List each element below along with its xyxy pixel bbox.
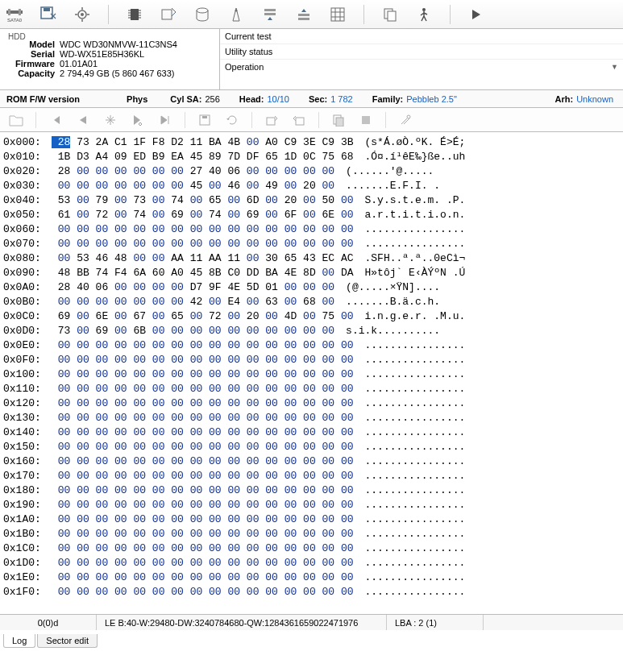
- hex-bytes[interactable]: 00 00 00 00 00 00 00 00 00 00 00 00 00 0…: [52, 396, 354, 411]
- stack-down-icon[interactable]: [260, 5, 280, 24]
- hex-row[interactable]: 0x1B0: 00 00 00 00 00 00 00 00 00 00 00 …: [3, 527, 620, 541]
- hex-ascii[interactable]: ................: [354, 382, 466, 396]
- hex-row[interactable]: 0x110: 00 00 00 00 00 00 00 00 00 00 00 …: [3, 382, 620, 396]
- hex-bytes[interactable]: 48 BB 74 F4 6A 60 A0 45 8B C0 DD BA 4E 8…: [52, 266, 354, 280]
- hex-ascii[interactable]: ................: [354, 469, 466, 483]
- hex-bytes[interactable]: 00 00 00 00 00 00 00 00 00 00 00 00 00 0…: [52, 353, 354, 367]
- hex-row[interactable]: 0x100: 00 00 00 00 00 00 00 00 00 00 00 …: [3, 367, 620, 382]
- copy-icon[interactable]: [380, 5, 400, 24]
- hex-ascii[interactable]: ................: [354, 222, 466, 237]
- tab-sector-edit[interactable]: Sector edit: [37, 634, 98, 648]
- hex-ascii[interactable]: (s*Á.øÒ.ºK. É>É;: [354, 135, 466, 150]
- exit-walk-icon[interactable]: [414, 5, 434, 24]
- hex-editor[interactable]: 0x000: 28 73 2A C1 1F F8 D2 11 BA 4B 00 …: [0, 132, 623, 614]
- hex-row[interactable]: 0x0F0: 00 00 00 00 00 00 00 00 00 00 00 …: [3, 353, 620, 367]
- hex-bytes[interactable]: 1B D3 A4 09 ED B9 EA 45 89 7D DF 65 1D 0…: [52, 150, 354, 164]
- hex-row[interactable]: 0x030: 00 00 00 00 00 00 00 45 00 46 00 …: [3, 179, 620, 193]
- tab-log[interactable]: Log: [3, 634, 35, 648]
- hex-row[interactable]: 0x060: 00 00 00 00 00 00 00 00 00 00 00 …: [3, 222, 620, 237]
- hex-ascii[interactable]: s.i.k..........: [334, 324, 440, 338]
- hex-bytes[interactable]: 00 00 00 00 00 00 00 00 00 00 00 00 00 0…: [52, 512, 354, 527]
- hex-bytes[interactable]: 00 00 00 00 00 00 00 42 00 E4 00 63 00 6…: [52, 295, 334, 309]
- export-icon[interactable]: [291, 112, 307, 128]
- hex-ascii[interactable]: i.n.g.e.r. .M.u.: [354, 309, 466, 324]
- hex-ascii[interactable]: .SFH..ª.ª..0eCì¬: [354, 251, 466, 266]
- hex-ascii[interactable]: .Ó¤.í¹êE‰}ße..uh: [354, 150, 466, 164]
- hex-row[interactable]: 0x1F0: 00 00 00 00 00 00 00 00 00 00 00 …: [3, 585, 620, 599]
- first-icon[interactable]: [48, 112, 64, 128]
- sata-port-icon[interactable]: SATA0: [5, 5, 24, 24]
- hex-ascii[interactable]: .......B.ä.c.h.: [334, 295, 440, 309]
- hex-ascii[interactable]: ................: [354, 527, 466, 541]
- folder-open-icon[interactable]: [8, 112, 24, 128]
- goto-icon[interactable]: [102, 112, 118, 128]
- block-icon[interactable]: [358, 112, 374, 128]
- hex-bytes[interactable]: 61 00 72 00 74 00 69 00 74 00 69 00 6F 0…: [52, 208, 354, 222]
- hex-bytes[interactable]: 00 00 00 00 00 00 00 00 00 00 00 00 00 0…: [52, 237, 354, 251]
- hex-ascii[interactable]: a.r.t.i.t.i.o.n.: [354, 208, 466, 222]
- hex-ascii[interactable]: ................: [354, 483, 466, 498]
- hex-bytes[interactable]: 00 00 00 00 00 00 00 00 00 00 00 00 00 0…: [52, 440, 354, 454]
- hex-ascii[interactable]: H»tôj` E‹ÀÝºN .Ú: [354, 266, 466, 280]
- hex-row[interactable]: 0x1D0: 00 00 00 00 00 00 00 00 00 00 00 …: [3, 556, 620, 570]
- hex-bytes[interactable]: 00 00 00 00 00 00 00 00 00 00 00 00 00 0…: [52, 483, 354, 498]
- hex-row[interactable]: 0x1A0: 00 00 00 00 00 00 00 00 00 00 00 …: [3, 512, 620, 527]
- hex-row[interactable]: 0x0A0: 28 40 06 00 00 00 00 D7 9F 4E 5D …: [3, 280, 620, 295]
- hex-bytes[interactable]: 53 00 79 00 73 00 74 00 65 00 6D 00 20 0…: [52, 193, 354, 208]
- prev-icon[interactable]: [75, 112, 91, 128]
- hex-row[interactable]: 0x1C0: 00 00 00 00 00 00 00 00 00 00 00 …: [3, 541, 620, 556]
- hex-row[interactable]: 0x180: 00 00 00 00 00 00 00 00 00 00 00 …: [3, 483, 620, 498]
- hex-row[interactable]: 0x0C0: 69 00 6E 00 67 00 65 00 72 00 20 …: [3, 309, 620, 324]
- hex-bytes[interactable]: 00 00 00 00 00 00 00 00 00 00 00 00 00 0…: [52, 338, 354, 353]
- save-record-icon[interactable]: [39, 5, 58, 24]
- cylinder-db-icon[interactable]: [193, 5, 212, 24]
- hex-ascii[interactable]: ................: [354, 556, 466, 570]
- hex-ascii[interactable]: ................: [354, 498, 466, 512]
- chip-icon[interactable]: [125, 5, 144, 24]
- hex-row[interactable]: 0x140: 00 00 00 00 00 00 00 00 00 00 00 …: [3, 425, 620, 440]
- hex-ascii[interactable]: .......E.F.I. .: [334, 179, 440, 193]
- hex-bytes[interactable]: 73 00 69 00 6B 00 00 00 00 00 00 00 00 0…: [52, 324, 334, 338]
- hex-bytes[interactable]: 69 00 6E 00 67 00 65 00 72 00 20 00 4D 0…: [52, 309, 354, 324]
- hex-bytes[interactable]: 00 00 00 00 00 00 00 00 00 00 00 00 00 0…: [52, 411, 354, 425]
- settings-gear-icon[interactable]: [73, 5, 92, 24]
- hex-bytes[interactable]: 00 00 00 00 00 00 00 45 00 46 00 49 00 2…: [52, 179, 334, 193]
- hex-bytes[interactable]: 00 53 46 48 00 00 AA 11 AA 11 00 30 65 4…: [52, 251, 354, 266]
- hex-ascii[interactable]: ................: [354, 338, 466, 353]
- hex-row[interactable]: 0x000: 28 73 2A C1 1F F8 D2 11 BA 4B 00 …: [3, 135, 620, 150]
- hex-bytes[interactable]: 00 00 00 00 00 00 00 00 00 00 00 00 00 0…: [52, 527, 354, 541]
- hex-row[interactable]: 0x0B0: 00 00 00 00 00 00 00 42 00 E4 00 …: [3, 295, 620, 309]
- hex-bytes[interactable]: 00 00 00 00 00 00 00 00 00 00 00 00 00 0…: [52, 585, 354, 599]
- hex-bytes[interactable]: 00 00 00 00 00 00 00 00 00 00 00 00 00 0…: [52, 469, 354, 483]
- hex-row[interactable]: 0x020: 28 00 00 00 00 00 00 27 40 06 00 …: [3, 164, 620, 179]
- hex-bytes[interactable]: 28 40 06 00 00 00 00 D7 9F 4E 5D 01 00 0…: [52, 280, 334, 295]
- copy-block-icon[interactable]: [330, 112, 347, 128]
- hex-row[interactable]: 0x080: 00 53 46 48 00 00 AA 11 AA 11 00 …: [3, 251, 620, 266]
- hex-ascii[interactable]: ................: [354, 541, 466, 556]
- disk-write-icon[interactable]: [159, 5, 178, 24]
- hex-ascii[interactable]: ................: [354, 585, 466, 599]
- hex-ascii[interactable]: (......'@.....: [334, 164, 434, 179]
- hex-bytes[interactable]: 28 00 00 00 00 00 00 27 40 06 00 00 00 0…: [52, 164, 334, 179]
- hex-row[interactable]: 0x010: 1B D3 A4 09 ED B9 EA 45 89 7D DF …: [3, 150, 620, 164]
- hex-row[interactable]: 0x070: 00 00 00 00 00 00 00 00 00 00 00 …: [3, 237, 620, 251]
- chevron-down-icon[interactable]: ▼: [611, 63, 618, 71]
- hex-row[interactable]: 0x0D0: 73 00 69 00 6B 00 00 00 00 00 00 …: [3, 324, 620, 338]
- hex-bytes[interactable]: 28 73 2A C1 1F F8 D2 11 BA 4B 00 A0 C9 3…: [52, 135, 354, 150]
- hex-ascii[interactable]: ................: [354, 425, 466, 440]
- hex-row[interactable]: 0x150: 00 00 00 00 00 00 00 00 00 00 00 …: [3, 440, 620, 454]
- hex-bytes[interactable]: 00 00 00 00 00 00 00 00 00 00 00 00 00 0…: [52, 367, 354, 382]
- hex-row[interactable]: 0x160: 00 00 00 00 00 00 00 00 00 00 00 …: [3, 454, 620, 469]
- tools-icon[interactable]: [397, 112, 413, 128]
- hex-row[interactable]: 0x1E0: 00 00 00 00 00 00 00 00 00 00 00 …: [3, 570, 620, 585]
- hex-bytes[interactable]: 00 00 00 00 00 00 00 00 00 00 00 00 00 0…: [52, 498, 354, 512]
- next-icon[interactable]: [130, 112, 146, 128]
- hex-ascii[interactable]: (@.....×ŸN]....: [334, 280, 440, 295]
- last-icon[interactable]: [157, 112, 173, 128]
- play-icon[interactable]: [467, 5, 486, 24]
- hex-ascii[interactable]: ................: [354, 512, 466, 527]
- hex-row[interactable]: 0x050: 61 00 72 00 74 00 69 00 74 00 69 …: [3, 208, 620, 222]
- hex-ascii[interactable]: ................: [354, 570, 466, 585]
- save-icon[interactable]: [197, 112, 213, 128]
- hex-bytes[interactable]: 00 00 00 00 00 00 00 00 00 00 00 00 00 0…: [52, 454, 354, 469]
